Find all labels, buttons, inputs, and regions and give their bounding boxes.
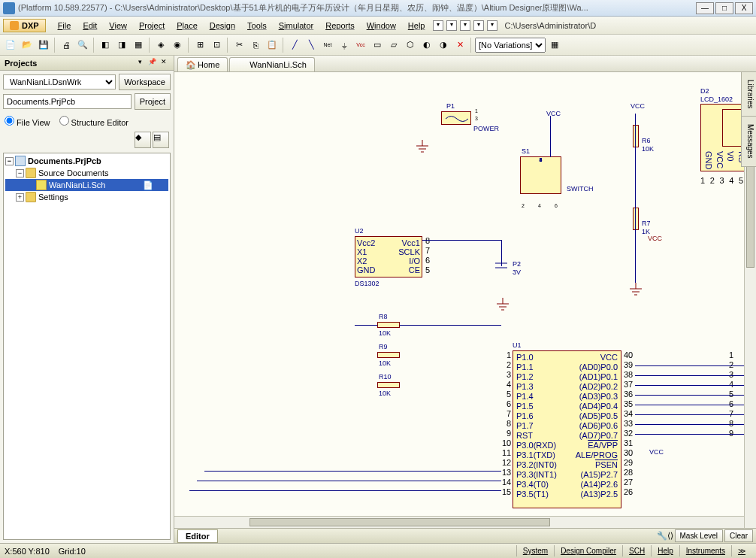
ref-d2: D2 xyxy=(700,87,709,95)
tb-4[interactable]: ◈ xyxy=(153,38,168,53)
menu-place[interactable]: Place xyxy=(171,18,204,33)
menu-project[interactable]: Project xyxy=(133,18,171,33)
comp-r8 xyxy=(377,322,400,328)
menu-dropdown-4[interactable]: ▾ xyxy=(473,20,484,31)
status-instruments[interactable]: Instruments xyxy=(679,545,731,556)
net-vcc-6: VCC xyxy=(649,448,664,456)
status-sch[interactable]: SCH xyxy=(622,545,651,556)
editor-tab[interactable]: Editor xyxy=(177,529,218,543)
filter-icon[interactable]: 🔧 xyxy=(657,531,667,541)
workspace-button[interactable]: Workspace xyxy=(119,74,171,90)
panel-tb-1[interactable]: ◆ xyxy=(135,132,151,148)
variations-select[interactable]: [No Variations] xyxy=(475,38,546,53)
comp-r9 xyxy=(377,352,400,358)
menu-tools[interactable]: Tools xyxy=(241,18,273,33)
paste-icon[interactable]: 📋 xyxy=(265,38,280,53)
menu-edit[interactable]: Edit xyxy=(77,18,103,33)
port-icon[interactable]: ⬡ xyxy=(403,38,418,53)
ref-r7: R7 xyxy=(642,220,651,227)
wire-icon[interactable]: ╱ xyxy=(287,38,302,53)
copy-icon[interactable]: ⎘ xyxy=(248,38,263,53)
close-button[interactable]: X xyxy=(735,2,753,14)
menu-dropdown-1[interactable]: ▾ xyxy=(433,20,443,31)
status-design-compiler[interactable]: Design Compiler xyxy=(554,545,622,556)
tree-settings[interactable]: +Settings xyxy=(5,191,168,203)
menu-design[interactable]: Design xyxy=(204,18,241,33)
file-view-radio[interactable]: File View xyxy=(5,116,50,127)
bus-icon[interactable]: ╲ xyxy=(304,38,319,53)
panel-tb-2[interactable]: ▤ xyxy=(153,132,169,148)
net-icon[interactable]: Net xyxy=(320,38,335,53)
tb-1[interactable]: ◧ xyxy=(98,38,113,53)
project-button[interactable]: Project xyxy=(135,93,171,110)
sheet-icon[interactable]: ▱ xyxy=(386,38,401,53)
window-controls: — □ X xyxy=(696,2,753,14)
zoom-fit-icon[interactable]: ⊞ xyxy=(192,38,207,53)
cut-icon[interactable]: ✂ xyxy=(231,38,246,53)
menu-view[interactable]: View xyxy=(103,18,133,33)
gnd-icon[interactable]: ⏚ xyxy=(337,38,352,53)
u1-right-nums: 403938373635343332313029282726 xyxy=(624,350,636,497)
val-r9: 10K xyxy=(379,359,391,367)
panel-pin-icon[interactable]: 📌 xyxy=(147,58,157,68)
gnd-icon-3 xyxy=(628,283,643,298)
status-more[interactable]: ≫ xyxy=(731,545,751,556)
tb-3[interactable]: ▦ xyxy=(131,38,146,53)
toolbar: 📄 📂 💾 🖨 🔍 ◧ ◨ ▦ ◈ ◉ ⊞ ⊡ ✂ ⎘ 📋 ╱ ╲ Net ⏚ … xyxy=(0,35,756,56)
part-icon[interactable]: ▭ xyxy=(370,38,385,53)
val-r8: 10K xyxy=(379,329,391,337)
status-help[interactable]: Help xyxy=(651,545,679,556)
panel-close-icon[interactable]: ✕ xyxy=(159,58,169,68)
ref-r8: R8 xyxy=(379,313,388,320)
menu-dropdown-2[interactable]: ▾ xyxy=(446,20,457,31)
mask-level-button[interactable]: Mask Level xyxy=(675,529,724,542)
net-vcc-3: VCC xyxy=(648,235,662,242)
net-vcc-1: VCC xyxy=(546,110,561,117)
save-icon[interactable]: 💾 xyxy=(36,38,51,53)
nav-icon[interactable]: ⟨⟩ xyxy=(667,531,673,541)
tb-2[interactable]: ◨ xyxy=(114,38,129,53)
vcc-icon[interactable]: Vcc xyxy=(353,38,368,53)
label-ds1302: DS1302 xyxy=(355,280,380,287)
tb-n2[interactable]: ◑ xyxy=(436,38,451,53)
ref-s1: S1 xyxy=(522,147,530,155)
workspace-select[interactable]: WanNianLi.DsnWrk xyxy=(3,74,116,89)
schematic-canvas[interactable]: P1 POWER 1 3 VCC VCC VCC VCC VCC VCC S1 … xyxy=(174,72,756,528)
tree-project-root[interactable]: −Documents.PrjPcb xyxy=(5,155,168,167)
tb-5[interactable]: ◉ xyxy=(170,38,185,53)
menu-file[interactable]: File xyxy=(52,18,77,33)
menu-bar: DXP File Edit View Project Place Design … xyxy=(0,17,756,35)
status-system[interactable]: System xyxy=(516,545,554,556)
menu-reports[interactable]: Reports xyxy=(319,18,361,33)
preview-icon[interactable]: 🔍 xyxy=(75,38,90,53)
tb-n1[interactable]: ◐ xyxy=(419,38,434,53)
menu-dropdown-5[interactable]: ▾ xyxy=(487,20,497,31)
open-icon[interactable]: 📂 xyxy=(20,38,35,53)
tab-schematic[interactable]: WanNianLi.Sch xyxy=(229,57,314,71)
tree-source-documents[interactable]: −Source Documents xyxy=(5,167,168,179)
messages-tab[interactable]: Messages xyxy=(742,117,756,167)
scrollbar-horizontal[interactable] xyxy=(174,516,744,528)
print-icon[interactable]: 🖨 xyxy=(59,38,74,53)
project-input[interactable] xyxy=(3,94,132,109)
tree-schematic-file[interactable]: WanNianLi.Sch📄 xyxy=(5,179,168,191)
structure-editor-radio[interactable]: Structure Editor xyxy=(59,116,129,127)
noerc-icon[interactable]: ✕ xyxy=(452,38,467,53)
clear-button[interactable]: Clear xyxy=(724,529,753,542)
menu-dropdown-3[interactable]: ▾ xyxy=(460,20,470,31)
libraries-tab[interactable]: Libraries xyxy=(742,72,756,117)
menu-window[interactable]: Window xyxy=(361,18,402,33)
tab-home[interactable]: 🏠Home xyxy=(177,57,228,71)
maximize-button[interactable]: □ xyxy=(715,2,733,14)
projects-title: Projects xyxy=(5,59,133,68)
menu-help[interactable]: Help xyxy=(402,18,431,33)
new-icon[interactable]: 📄 xyxy=(3,38,18,53)
panel-menu-icon[interactable]: ▾ xyxy=(135,58,145,68)
zoom-sel-icon[interactable]: ⊡ xyxy=(209,38,224,53)
minimize-button[interactable]: — xyxy=(696,2,714,14)
dxp-menu[interactable]: DXP xyxy=(3,19,46,32)
menu-simulator[interactable]: Simulator xyxy=(273,18,319,33)
project-tree[interactable]: −Documents.PrjPcb −Source Documents WanN… xyxy=(3,153,171,540)
tb-end[interactable]: ▦ xyxy=(547,38,562,53)
gnd-icon-2 xyxy=(495,298,510,313)
